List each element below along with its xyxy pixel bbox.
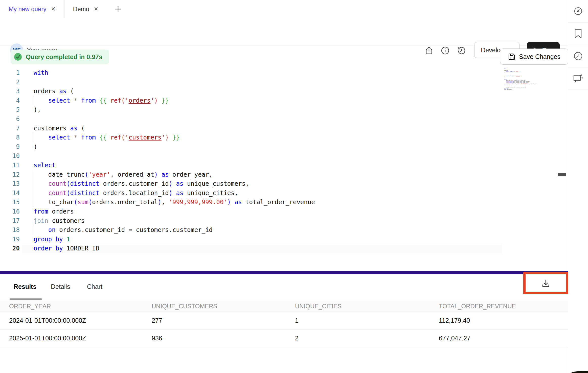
sql-code-editor[interactable]: 1with2 3orders as (4 select * from {{ re… xyxy=(0,68,567,253)
code-text xyxy=(504,69,505,70)
code-text: on orders.customer_id = customers.custom… xyxy=(34,226,213,234)
table-row: 2024-01-01T00:00:00.000Z2771112,179.40 xyxy=(0,312,568,330)
code-text: join customers xyxy=(34,217,85,224)
column-header: TOTAL_ORDER_REVENUE xyxy=(430,303,568,310)
code-line[interactable]: 2 xyxy=(0,78,567,87)
table-cell: 936 xyxy=(143,335,286,342)
code-line[interactable]: 15 to_char(sum(orders.order_total), '999… xyxy=(0,198,567,207)
table-body: 2024-01-01T00:00:00.000Z2771112,179.4020… xyxy=(0,312,568,347)
tab-details[interactable]: Details xyxy=(51,283,70,290)
table-cell: 2024-01-01T00:00:00.000Z xyxy=(0,317,143,324)
line-number: 2 xyxy=(0,78,20,87)
new-tab-button[interactable] xyxy=(107,0,129,18)
code-text: from orders xyxy=(504,84,509,85)
code-line[interactable]: 14 count(distinct orders.location_id) as… xyxy=(0,189,567,198)
code-line[interactable]: 12 date_trunc('year', ordered_at) as ord… xyxy=(0,170,567,179)
line-number: 8 xyxy=(0,133,20,142)
table-cell: 677,047.27 xyxy=(430,335,568,342)
code-text: count(distinct orders.location_id) as un… xyxy=(504,82,529,83)
code-line[interactable]: 1with xyxy=(0,68,567,78)
code-line[interactable]: 6 xyxy=(0,114,567,124)
code-text xyxy=(504,78,505,79)
table-header-row: ORDER_YEARUNIQUE_CUSTOMERSUNIQUE_CITIEST… xyxy=(0,301,568,312)
tab-chart[interactable]: Chart xyxy=(87,283,102,290)
code-line[interactable]: 20order by 1ORDER_ID xyxy=(0,244,567,253)
code-text: ) xyxy=(504,77,505,78)
line-number: 9 xyxy=(0,142,20,152)
clock-icon[interactable] xyxy=(568,45,588,67)
history-icon[interactable] xyxy=(457,45,467,56)
code-text: select * from {{ ref('customers') }} xyxy=(504,76,522,76)
code-text: select xyxy=(504,79,507,80)
line-number: 13 xyxy=(0,179,20,189)
line-number: 19 xyxy=(0,235,20,244)
plus-icon xyxy=(114,5,122,13)
line-number: 18 xyxy=(0,225,20,235)
code-line[interactable]: 4 select * from {{ ref('orders') }} xyxy=(0,96,567,105)
code-text xyxy=(504,73,505,74)
editor-minimap[interactable]: with orders as ( select * from {{ ref('o… xyxy=(503,68,558,103)
code-line[interactable]: 7customers as ( xyxy=(0,124,567,133)
code-line[interactable]: 3orders as ( xyxy=(0,87,567,96)
active-tab-indicator xyxy=(10,298,42,300)
column-header: UNIQUE_CUSTOMERS xyxy=(143,303,286,310)
code-text: customers as ( xyxy=(34,125,85,132)
code-line[interactable]: 11select xyxy=(0,161,567,170)
code-line[interactable]: 8 select * from {{ ref('customers') }} xyxy=(0,133,567,142)
line-number: 1 xyxy=(0,68,20,78)
code-line[interactable]: 10 xyxy=(0,151,567,161)
tab-results[interactable]: Results xyxy=(14,283,36,290)
share-icon[interactable] xyxy=(424,45,434,56)
code-text: to_char(sum(orders.order_total), '999,99… xyxy=(504,83,538,84)
code-text: count(distinct orders.location_id) as un… xyxy=(34,190,238,197)
code-line[interactable]: 19group by 1 xyxy=(0,235,567,244)
close-icon[interactable]: ✕ xyxy=(51,6,55,12)
code-text: on orders.customer_id = customers.custom… xyxy=(504,87,526,87)
bookmark-icon[interactable] xyxy=(568,22,588,45)
minimap-content: with orders as ( select * from {{ ref('o… xyxy=(503,68,558,90)
tab-my-new-query[interactable]: My new query ✕ xyxy=(0,0,64,18)
code-line[interactable]: 18 on orders.customer_id = customers.cus… xyxy=(0,225,567,235)
code-text: group by 1 xyxy=(504,88,509,89)
download-results-button[interactable] xyxy=(529,276,562,291)
code-text: customers as ( xyxy=(504,75,510,75)
code-text: order by 1ORDER_ID xyxy=(504,89,512,90)
code-line[interactable]: 16from orders xyxy=(0,207,567,216)
code-text: orders as ( xyxy=(504,70,509,71)
code-line[interactable]: 13 count(distinct orders.customer_id) as… xyxy=(0,179,567,189)
code-line[interactable]: order by 1ORDER_ID xyxy=(503,89,558,90)
results-tab-bar: Results Details Chart xyxy=(0,274,568,301)
query-ide-window: My new query ✕ Demo ✕ MS Your query xyxy=(0,0,588,373)
editor-scrollbar-thumb[interactable] xyxy=(558,173,566,176)
code-line[interactable]: 17join customers xyxy=(0,216,567,226)
code-text: orders as ( xyxy=(34,88,74,95)
code-text: order by 1ORDER_ID xyxy=(34,245,99,252)
code-line[interactable]: 5), xyxy=(0,105,567,114)
line-number: 5 xyxy=(0,105,20,114)
right-toolbar xyxy=(568,0,588,373)
code-text xyxy=(34,79,37,86)
table-cell: 277 xyxy=(143,317,286,324)
code-text: to_char(sum(orders.order_total), '999,99… xyxy=(34,199,315,206)
code-text: date_trunc('year', ordered_at) as order_… xyxy=(504,80,526,81)
line-number: 15 xyxy=(0,198,20,207)
code-line[interactable]: 9) xyxy=(0,142,567,152)
line-number: 3 xyxy=(0,87,20,96)
table-cell: 2 xyxy=(286,335,430,342)
panel-resize-divider[interactable] xyxy=(0,271,568,274)
code-text: select * from {{ ref('customers') }} xyxy=(34,134,180,141)
code-text: with xyxy=(34,69,48,76)
line-number: 4 xyxy=(0,96,20,105)
code-text: count(distinct orders.customer_id) as un… xyxy=(34,180,249,187)
code-text: with xyxy=(504,68,506,68)
info-icon[interactable] xyxy=(440,45,450,56)
results-table: ORDER_YEARUNIQUE_CUSTOMERSUNIQUE_CITIEST… xyxy=(0,301,568,347)
code-text: join customers xyxy=(504,86,510,86)
code-text: from orders xyxy=(34,208,74,215)
close-icon[interactable]: ✕ xyxy=(94,6,98,12)
tab-demo[interactable]: Demo ✕ xyxy=(64,0,107,18)
save-changes-button[interactable]: Save Changes xyxy=(500,49,568,65)
compass-icon[interactable] xyxy=(568,0,588,22)
tab-label: Demo xyxy=(73,6,89,13)
copilot-chat-icon[interactable] xyxy=(568,67,588,90)
